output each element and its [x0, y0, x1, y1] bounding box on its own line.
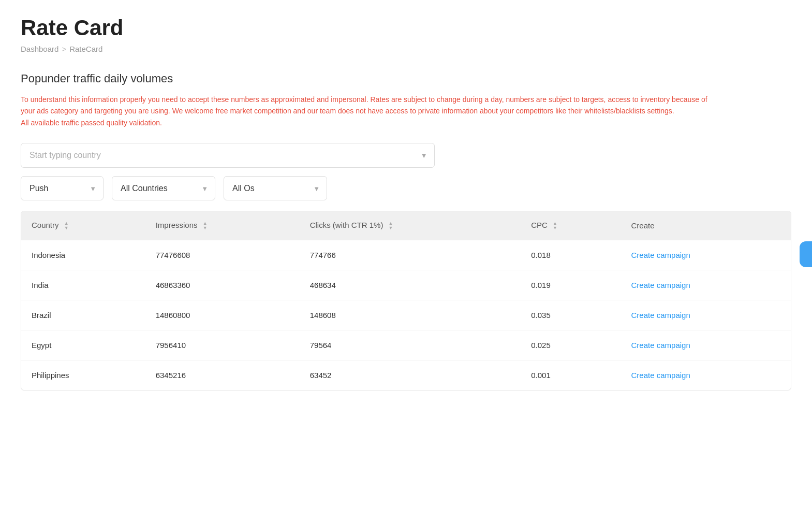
col-impressions[interactable]: Impressions ▲▼ — [145, 211, 300, 240]
sort-icon-impressions: ▲▼ — [203, 221, 208, 230]
cell-impressions: 46863360 — [145, 270, 300, 300]
cell-country: Brazil — [21, 300, 145, 330]
scrollbar-indicator[interactable] — [800, 241, 812, 267]
create-campaign-link[interactable]: Create campaign — [631, 311, 690, 320]
disclaimer-text: To understand this information properly … — [21, 94, 719, 128]
sort-icon-country: ▲▼ — [64, 221, 69, 230]
cell-impressions: 77476608 — [145, 240, 300, 270]
cell-create: Create campaign — [621, 360, 791, 390]
create-campaign-link[interactable]: Create campaign — [631, 281, 690, 289]
cell-clicks: 79564 — [300, 330, 521, 360]
cell-cpc: 0.035 — [521, 300, 621, 330]
create-campaign-link[interactable]: Create campaign — [631, 251, 690, 259]
cell-impressions: 14860800 — [145, 300, 300, 330]
traffic-type-select[interactable]: Push Popunder Native — [21, 176, 104, 200]
cell-country: Indonesia — [21, 240, 145, 270]
country-search-wrapper: ▼ — [21, 143, 435, 168]
country-filter-select[interactable]: All Countries Indonesia India Brazil Egy… — [112, 176, 215, 200]
cell-clicks: 774766 — [300, 240, 521, 270]
cell-create: Create campaign — [621, 300, 791, 330]
create-campaign-link[interactable]: Create campaign — [631, 371, 690, 380]
table-row: India 46863360 468634 0.019 Create campa… — [21, 270, 791, 300]
table-row: Indonesia 77476608 774766 0.018 Create c… — [21, 240, 791, 270]
country-filter-wrapper: All Countries Indonesia India Brazil Egy… — [112, 176, 215, 200]
cell-clicks: 63452 — [300, 360, 521, 390]
breadcrumb: Dashboard > RateCard — [21, 45, 791, 53]
section-title: Popunder traffic daily volumes — [21, 72, 791, 85]
filters-section: ▼ Push Popunder Native ▼ All Countries I… — [21, 143, 791, 200]
col-country[interactable]: Country ▲▼ — [21, 211, 145, 240]
table-body: Indonesia 77476608 774766 0.018 Create c… — [21, 240, 791, 390]
table-row: Philippines 6345216 63452 0.001 Create c… — [21, 360, 791, 390]
cell-cpc: 0.001 — [521, 360, 621, 390]
rate-card-table: Country ▲▼ Impressions ▲▼ Clicks (with C… — [21, 211, 791, 390]
cell-clicks: 468634 — [300, 270, 521, 300]
cell-impressions: 6345216 — [145, 360, 300, 390]
table-row: Brazil 14860800 148608 0.035 Create camp… — [21, 300, 791, 330]
os-filter-select[interactable]: All Os Windows Android iOS macOS Linux — [224, 176, 327, 200]
cell-create: Create campaign — [621, 330, 791, 360]
cell-clicks: 148608 — [300, 300, 521, 330]
cell-cpc: 0.019 — [521, 270, 621, 300]
cell-country: Egypt — [21, 330, 145, 360]
country-search-input[interactable] — [21, 143, 435, 168]
sort-icon-cpc: ▲▼ — [553, 221, 557, 230]
col-cpc[interactable]: CPC ▲▼ — [521, 211, 621, 240]
cell-country: India — [21, 270, 145, 300]
cell-impressions: 7956410 — [145, 330, 300, 360]
breadcrumb-parent[interactable]: Dashboard — [21, 45, 58, 53]
cell-cpc: 0.025 — [521, 330, 621, 360]
cell-create: Create campaign — [621, 240, 791, 270]
breadcrumb-current: RateCard — [69, 45, 102, 53]
os-filter-wrapper: All Os Windows Android iOS macOS Linux ▼ — [224, 176, 327, 200]
col-create: Create — [621, 211, 791, 240]
create-campaign-link[interactable]: Create campaign — [631, 341, 690, 350]
table-header-row: Country ▲▼ Impressions ▲▼ Clicks (with C… — [21, 211, 791, 240]
dropdowns-row: Push Popunder Native ▼ All Countries Ind… — [21, 176, 791, 200]
traffic-type-wrapper: Push Popunder Native ▼ — [21, 176, 104, 200]
cell-create: Create campaign — [621, 270, 791, 300]
page-wrapper: Rate Card Dashboard > RateCard Popunder … — [0, 0, 812, 508]
cell-country: Philippines — [21, 360, 145, 390]
cell-cpc: 0.018 — [521, 240, 621, 270]
breadcrumb-separator: > — [62, 45, 66, 53]
sort-icon-clicks: ▲▼ — [389, 221, 393, 230]
table-row: Egypt 7956410 79564 0.025 Create campaig… — [21, 330, 791, 360]
rate-card-table-container: Country ▲▼ Impressions ▲▼ Clicks (with C… — [21, 211, 791, 390]
page-title: Rate Card — [21, 16, 791, 40]
col-clicks[interactable]: Clicks (with CTR 1%) ▲▼ — [300, 211, 521, 240]
